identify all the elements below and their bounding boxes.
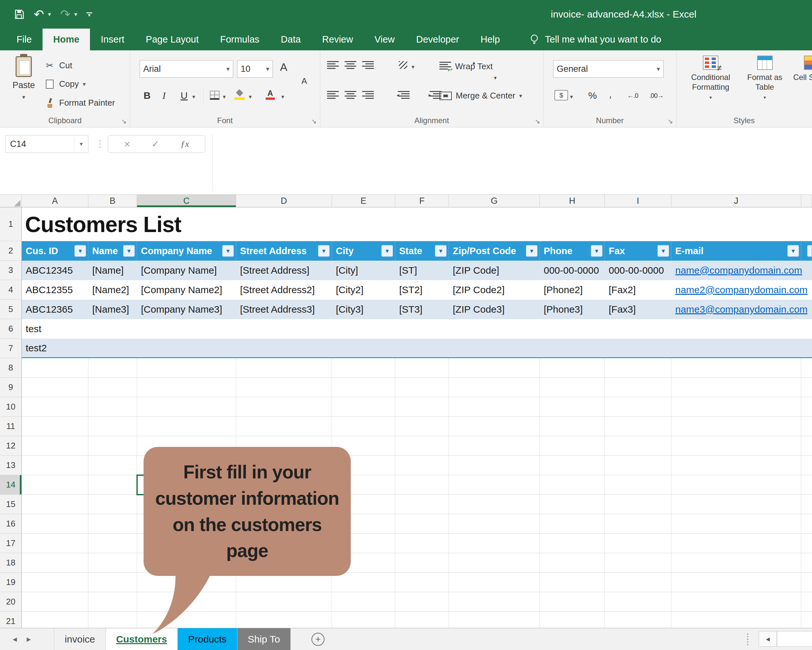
row-header[interactable]: 5 (0, 300, 22, 319)
header-cell[interactable]: State▾ (395, 241, 449, 261)
italic-button[interactable]: I (162, 90, 166, 101)
underline-button[interactable]: U (180, 90, 188, 101)
copy-dropdown-icon[interactable]: ▾ (83, 81, 86, 88)
grid-cells[interactable] (22, 378, 812, 397)
header-cell[interactable]: E-mail▾ (672, 241, 801, 261)
cell[interactable]: ABC12355 (22, 280, 89, 300)
row-header[interactable]: 6 (0, 319, 22, 339)
cut-button[interactable]: ✂ Cut (44, 60, 72, 71)
decrease-indent-button[interactable]: ◂ (398, 90, 409, 101)
header-cell[interactable]: Phone▾ (540, 241, 605, 261)
borders-dropdown-icon[interactable]: ▾ (223, 93, 226, 101)
cell[interactable]: [Street Address3] (236, 300, 332, 319)
cell[interactable]: [Fax3] (605, 300, 672, 319)
row-header[interactable]: 11 (0, 417, 22, 436)
select-all-corner[interactable] (0, 195, 22, 207)
name-box[interactable]: C14 ▾ (5, 135, 89, 153)
cell[interactable]: [Name3] (89, 300, 137, 319)
comma-style-button[interactable]: , (609, 89, 612, 100)
font-color-button[interactable]: A (266, 89, 275, 100)
email-link[interactable]: name3@companydomain.com (672, 300, 807, 319)
align-top-button[interactable] (327, 60, 339, 69)
formula-bar-handle[interactable]: ⋮ (96, 138, 105, 149)
cell[interactable]: [Phone2] (540, 280, 605, 300)
fill-color-button[interactable] (235, 90, 246, 100)
cell[interactable] (807, 300, 812, 319)
column-header-e[interactable]: E (332, 195, 395, 207)
cell[interactable]: [ST3] (395, 300, 449, 319)
tab-file[interactable]: File (6, 29, 43, 50)
filter-button[interactable]: ▾ (591, 245, 603, 257)
filter-button[interactable]: ▾ (657, 245, 669, 257)
cell[interactable]: [ZIP Code] (449, 261, 540, 280)
cell[interactable]: ABC12345 (22, 261, 89, 280)
cell[interactable]: [ZIP Code3] (449, 300, 540, 319)
grid-cells[interactable] (22, 553, 812, 573)
filter-button[interactable]: ▾ (435, 245, 447, 257)
horizontal-scrollbar[interactable] (777, 631, 812, 647)
cell[interactable]: [Company Name2] (137, 280, 236, 300)
row-header[interactable]: 9 (0, 378, 22, 397)
cell-a1[interactable]: Customers List (22, 207, 812, 241)
header-cell[interactable]: Zip/Post Code▾ (449, 241, 540, 261)
confirm-entry-icon[interactable]: ✓ (151, 139, 159, 150)
tab-home[interactable]: Home (43, 29, 90, 50)
sheet-tab-invoice[interactable]: invoice (54, 628, 105, 650)
grid-cells[interactable] (22, 573, 812, 592)
conditional-formatting-button[interactable]: Conditional Formatting ▾ (683, 55, 739, 101)
grid-cells[interactable] (22, 592, 812, 612)
cell-styles-button[interactable]: Cell Styles (791, 55, 812, 82)
cell[interactable]: [Name2] (89, 280, 137, 300)
column-header-c[interactable]: C (137, 195, 236, 207)
undo-button[interactable]: ↶ (34, 8, 44, 20)
clipboard-dialog-launcher[interactable]: ↘ (121, 118, 127, 124)
undo-dropdown-icon[interactable]: ▾ (48, 11, 51, 18)
email-link[interactable]: name2@companydomain.com (672, 280, 807, 300)
cell[interactable]: [Phone3] (540, 300, 605, 319)
grid-cells[interactable] (22, 397, 812, 417)
number-dialog-launcher[interactable]: ↘ (667, 118, 673, 124)
grid-cells[interactable] (22, 495, 812, 514)
row-header[interactable]: 2 (0, 241, 22, 261)
align-left-button[interactable] (327, 90, 339, 99)
format-as-table-button[interactable]: Format as Table ▾ (741, 55, 788, 101)
row-header[interactable]: 18 (0, 553, 22, 573)
tab-developer[interactable]: Developer (405, 29, 470, 50)
grid-cells[interactable] (22, 612, 812, 628)
tab-insert[interactable]: Insert (90, 29, 135, 50)
copy-button[interactable]: Copy ▾ (44, 79, 86, 89)
filter-button[interactable]: ▾ (318, 245, 330, 257)
accounting-format-button[interactable]: $ (554, 90, 568, 101)
fill-color-dropdown-icon[interactable]: ▾ (249, 93, 252, 101)
header-cell[interactable]: Company Name▾ (137, 241, 236, 261)
underline-dropdown-icon[interactable]: ▾ (192, 93, 195, 101)
cell[interactable]: [ST2] (395, 280, 449, 300)
email-link[interactable]: name@companydomain.com (672, 261, 802, 280)
cell[interactable]: [City3] (332, 300, 395, 319)
cell-a7[interactable]: test2 (22, 339, 812, 358)
row-header[interactable]: 10 (0, 397, 22, 417)
tab-help[interactable]: Help (470, 29, 511, 50)
filter-button[interactable]: ▾ (381, 245, 393, 257)
name-box-dropdown-icon[interactable]: ▾ (74, 136, 88, 153)
percent-style-button[interactable]: % (588, 90, 597, 101)
header-cell[interactable]: Street Address▾ (236, 241, 332, 261)
cell[interactable]: [ST] (395, 261, 449, 280)
format-painter-button[interactable]: Format Painter (44, 98, 115, 108)
align-middle-button[interactable] (345, 60, 356, 69)
row-header[interactable]: 3 (0, 261, 22, 280)
row-header-selected[interactable]: 14 (0, 475, 22, 495)
align-bottom-button[interactable] (362, 60, 374, 69)
grid-cells[interactable] (22, 358, 812, 378)
horizontal-scroll-left-arrow[interactable]: ◂ (759, 631, 777, 647)
tab-review[interactable]: Review (311, 29, 364, 50)
number-format-select[interactable]: General▾ (553, 60, 664, 78)
cell[interactable]: [Name] (89, 261, 137, 280)
formula-input[interactable] (214, 135, 812, 190)
row-header[interactable]: 4 (0, 280, 22, 300)
tell-me-box[interactable]: Tell me what you want to do (530, 29, 661, 50)
grid-cells[interactable] (22, 456, 812, 475)
insert-function-icon[interactable]: ƒx (180, 139, 189, 149)
column-header-h[interactable]: H (540, 195, 605, 207)
orientation-button[interactable] (398, 60, 408, 70)
